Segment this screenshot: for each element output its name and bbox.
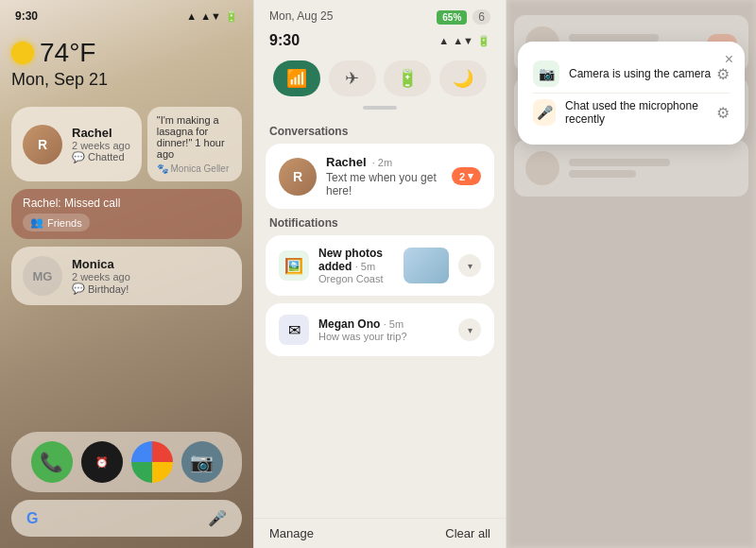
rachel-info: Rachel 2 weeks ago 💬 Chatted — [72, 126, 130, 163]
home-status-icons: ▲ ▲▼ 🔋 — [186, 10, 238, 23]
mic-settings-icon[interactable]: ⚙ — [716, 104, 730, 122]
friends-icon: 👥 — [30, 216, 43, 229]
permissions-popup: × 📷 Camera is using the camera ⚙ 🎤 Chat … — [518, 42, 745, 145]
weather-date: Mon, Sep 21 — [11, 70, 242, 90]
monica-time: 2 weeks ago — [72, 271, 231, 283]
photos-expand-button[interactable]: ▾ — [458, 254, 481, 277]
notif-header: Mon, Aug 25 65% 6 — [254, 0, 506, 30]
rachel-status: 💬 Chatted — [72, 151, 130, 163]
notif-scroll[interactable]: Conversations R Rachel · 2m Text me when… — [254, 117, 506, 518]
dock-chrome-icon[interactable] — [131, 441, 173, 483]
mic-perm-icon: 🎤 — [533, 99, 556, 126]
megan-notif-title: Megan Ono · 5m — [318, 317, 449, 331]
notif-icon-count: 6 — [472, 9, 490, 25]
qs-dnd-button[interactable]: 🌙 — [439, 60, 487, 96]
sun-icon — [11, 42, 34, 64]
dock-phone-icon[interactable]: 📞 — [31, 441, 73, 483]
mic-perm-left: 🎤 Chat used the microphone recently — [533, 99, 716, 126]
missed-call-text: Rachel: Missed call — [23, 197, 231, 210]
megan-expand-button[interactable]: ▾ — [458, 318, 481, 341]
notif-time: 9:30 — [269, 32, 300, 49]
signal-icon: ▲▼ — [200, 10, 221, 22]
photos-app-icon: 🖼️ — [279, 250, 309, 281]
battery-pct: 65% — [437, 10, 467, 25]
qs-wifi-button[interactable]: 📶 — [273, 60, 320, 96]
chevron-down-icon: ▾ — [468, 170, 473, 182]
weather-widget: 74°F Mon, Sep 21 — [11, 34, 242, 94]
rachel-conv-msg: Text me when you get here! — [326, 171, 442, 197]
monica-widget[interactable]: MG Monica 2 weeks ago 💬 Birthday! — [11, 247, 242, 305]
dock-camera-icon[interactable]: 📷 — [181, 441, 223, 483]
popup-close-button[interactable]: × — [725, 51, 733, 68]
photo-thumbnail — [404, 248, 449, 283]
megan-notif-info: Megan Ono · 5m How was your trip? — [318, 317, 449, 342]
camera-perm-icon: 📷 — [533, 60, 559, 87]
blurred-panel: × 📷 Camera is using the camera ⚙ 🎤 Chat … — [507, 0, 756, 548]
mic-icon[interactable]: 🎤 — [208, 509, 227, 527]
rachel-conv-info: Rachel · 2m Text me when you get here! — [326, 155, 442, 197]
camera-permission-row: 📷 Camera is using the camera ⚙ — [533, 55, 730, 93]
notifications-label: Notifications — [269, 216, 490, 230]
notif-wifi-icon: ▲ — [438, 35, 449, 46]
widgets-area: R Rachel 2 weeks ago 💬 Chatted "I'm maki… — [11, 107, 242, 305]
monica-name: Monica — [72, 257, 231, 271]
rachel-avatar: R — [23, 125, 62, 164]
notif-status-bar: 9:30 ▲ ▲▼ 🔋 — [254, 30, 506, 55]
conversations-label: Conversations — [269, 125, 490, 138]
photos-notif-card[interactable]: 🖼️ New photos added · 5m Oregon Coast ▾ — [266, 235, 494, 296]
mic-perm-text: Chat used the microphone recently — [565, 99, 716, 126]
notif-footer: Manage Clear all — [254, 518, 506, 548]
rachel-chat-bubble: "I'm making a lasagna for dinner!" 1 hou… — [147, 107, 242, 181]
birthday-icon: 💬 — [72, 283, 85, 295]
home-screen: 9:30 ▲ ▲▼ 🔋 74°F Mon, Sep 21 R Rachel — [0, 0, 253, 548]
qs-battery-button[interactable]: 🔋 — [384, 60, 431, 96]
wifi-icon: ▲ — [186, 10, 197, 22]
mic-permission-row: 🎤 Chat used the microphone recently ⚙ — [533, 93, 730, 131]
qs-airplane-button[interactable]: ✈ — [329, 60, 376, 96]
megan-app-icon: ✉ — [279, 315, 309, 345]
megan-notif-card[interactable]: ✉ Megan Ono · 5m How was your trip? ▾ — [266, 303, 494, 356]
weather-temp: 74°F — [11, 38, 242, 68]
google-g-label: G — [26, 510, 38, 527]
photos-notif-info: New photos added · 5m Oregon Coast — [318, 247, 394, 284]
notif-header-right: 65% 6 — [437, 9, 490, 25]
search-bar[interactable]: G 🎤 — [11, 500, 242, 537]
blurred-item — [514, 140, 748, 197]
notif-battery-icon: 🔋 — [477, 35, 490, 47]
rachel-contact-widget[interactable]: R Rachel 2 weeks ago 💬 Chatted — [11, 107, 142, 181]
missed-call-widget[interactable]: Rachel: Missed call 👥 Friends — [11, 189, 242, 239]
clear-all-button[interactable]: Clear all — [445, 526, 490, 540]
dock-clock-icon[interactable]: ⏰ — [81, 441, 123, 483]
rachel-conv-name: Rachel — [326, 155, 367, 169]
home-status-bar: 9:30 ▲ ▲▼ 🔋 — [11, 0, 242, 26]
bottom-dock: 📞 ⏰ 📷 G 🎤 — [11, 432, 242, 537]
blurred-avatar — [525, 151, 559, 185]
rachel-conv-time: · 2m — [372, 157, 392, 168]
rachel-time: 2 weeks ago — [72, 140, 130, 151]
home-time: 9:30 — [15, 9, 38, 23]
battery-icon: 🔋 — [225, 10, 238, 23]
monica-info: Monica 2 weeks ago 💬 Birthday! — [72, 257, 231, 295]
megan-notif-msg: How was your trip? — [318, 331, 449, 342]
rachel-name: Rachel — [72, 126, 130, 140]
rachel-unread-badge: 2 ▾ — [452, 167, 481, 185]
monica-status: 💬 Birthday! — [72, 283, 231, 295]
notif-date: Mon, Aug 25 — [269, 9, 333, 23]
monica-geller-label: 🐾 Monica Geller — [157, 163, 232, 174]
chat-icon: 💬 — [72, 151, 85, 163]
rachel-conversation-card[interactable]: R Rachel · 2m Text me when you get here!… — [266, 144, 494, 209]
manage-button[interactable]: Manage — [269, 526, 314, 540]
friends-badge: 👥 Friends — [23, 214, 90, 231]
rachel-widget-row[interactable]: R Rachel 2 weeks ago 💬 Chatted "I'm maki… — [11, 107, 242, 181]
camera-perm-left: 📷 Camera is using the camera — [533, 60, 711, 87]
notif-signal-icon: ▲▼ — [453, 35, 473, 46]
notification-panel: Mon, Aug 25 65% 6 9:30 ▲ ▲▼ 🔋 📶 ✈ 🔋 🌙 Co… — [253, 0, 507, 548]
drawer-handle — [363, 106, 397, 110]
dock-apps: 📞 ⏰ 📷 — [11, 432, 242, 492]
rachel-conv-avatar: R — [279, 158, 317, 196]
quick-settings: 📶 ✈ 🔋 🌙 — [254, 55, 506, 106]
notif-status-icons: ▲ ▲▼ 🔋 — [438, 35, 490, 47]
monica-avatar: MG — [23, 256, 62, 296]
photos-notif-title: New photos added · 5m — [318, 247, 394, 273]
camera-perm-text: Camera is using the camera — [569, 67, 711, 80]
